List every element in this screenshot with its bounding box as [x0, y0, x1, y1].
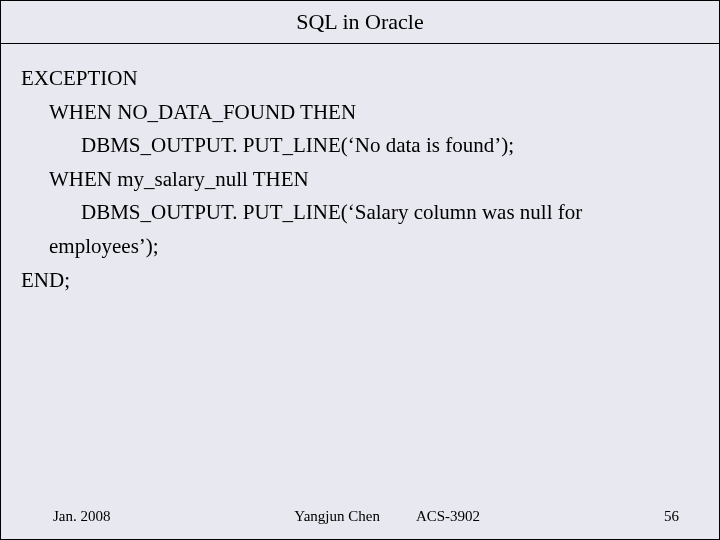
slide-footer: Jan. 2008 Yangjun Chen ACS-3902 56 [1, 508, 719, 525]
slide-title: SQL in Oracle [296, 9, 423, 34]
footer-date: Jan. 2008 [53, 508, 111, 525]
code-line: DBMS_OUTPUT. PUT_LINE(‘No data is found’… [81, 129, 699, 163]
code-line: END; [21, 264, 699, 298]
code-line: DBMS_OUTPUT. PUT_LINE(‘Salary column was… [81, 196, 699, 230]
slide-body: EXCEPTION WHEN NO_DATA_FOUND THEN DBMS_O… [1, 44, 719, 315]
code-line: WHEN my_salary_null THEN [49, 163, 699, 197]
footer-author: Yangjun Chen [294, 508, 380, 525]
code-line: WHEN NO_DATA_FOUND THEN [49, 96, 699, 130]
footer-page: 56 [664, 508, 679, 525]
footer-course: ACS-3902 [416, 508, 480, 525]
slide-header: SQL in Oracle [1, 1, 719, 44]
code-line: employees’); [49, 230, 699, 264]
code-line: EXCEPTION [21, 62, 699, 96]
